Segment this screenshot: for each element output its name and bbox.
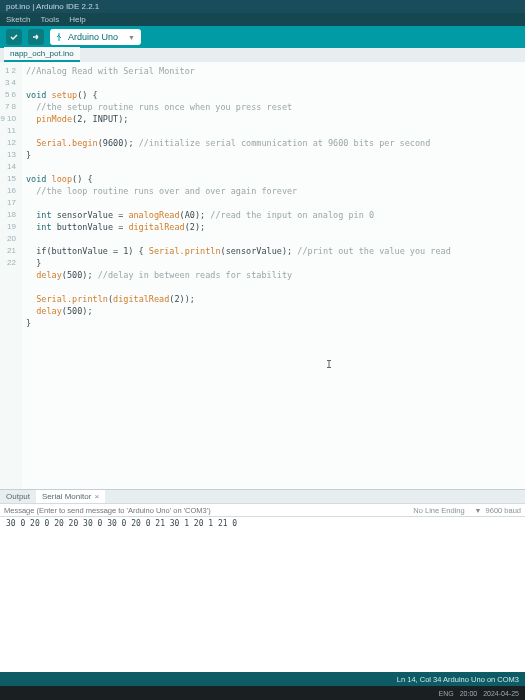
text-cursor-icon: I <box>326 359 332 370</box>
board-name: Arduino Uno <box>68 32 118 42</box>
code-area[interactable]: //Analog Read with Serial Monitor void s… <box>22 62 525 489</box>
output-tabs: Output Serial Monitor× <box>0 489 525 503</box>
code-editor[interactable]: 1 2 3 4 5 6 7 8 9 10 11 12 13 14 15 16 1… <box>0 62 525 489</box>
verify-button[interactable] <box>6 29 22 45</box>
system-tray: ENG 20:00 2024-04-25 <box>0 686 525 700</box>
line-ending-select[interactable]: No Line Ending <box>413 506 464 515</box>
status-text: Ln 14, Col 34 Arduino Uno on COM3 <box>397 675 519 684</box>
menu-help[interactable]: Help <box>69 15 85 24</box>
serial-message-bar: No Line Ending▼ 9600 baud <box>0 503 525 517</box>
status-bar: Ln 14, Col 34 Arduino Uno on COM3 <box>0 672 525 686</box>
close-icon[interactable]: × <box>94 492 99 501</box>
menubar: Sketch Tools Help <box>0 13 525 26</box>
chevron-down-icon: ▼ <box>128 34 135 41</box>
window-titlebar: pot.ino | Arduino IDE 2.2.1 <box>0 0 525 13</box>
tab-bar: napp_och_pot.ino <box>0 48 525 62</box>
menu-sketch[interactable]: Sketch <box>6 15 30 24</box>
menu-tools[interactable]: Tools <box>40 15 59 24</box>
usb-icon <box>54 32 64 42</box>
toolbar: Arduino Uno ▼ <box>0 26 525 48</box>
arrow-right-icon <box>31 32 41 42</box>
board-selector[interactable]: Arduino Uno ▼ <box>50 29 141 45</box>
upload-button[interactable] <box>28 29 44 45</box>
tray-date: 2024-04-25 <box>483 690 519 697</box>
baud-select[interactable]: 9600 baud <box>486 506 521 515</box>
tray-lang[interactable]: ENG <box>438 690 453 697</box>
tray-time: 20:00 <box>460 690 478 697</box>
window-title: pot.ino | Arduino IDE 2.2.1 <box>6 2 99 11</box>
file-tab[interactable]: napp_och_pot.ino <box>4 47 80 62</box>
tab-serial-monitor[interactable]: Serial Monitor× <box>36 490 105 503</box>
tab-output[interactable]: Output <box>0 490 36 503</box>
serial-message-input[interactable] <box>0 506 413 515</box>
check-icon <box>9 32 19 42</box>
chevron-down-icon: ▼ <box>475 507 482 514</box>
line-gutter: 1 2 3 4 5 6 7 8 9 10 11 12 13 14 15 16 1… <box>0 62 22 489</box>
serial-monitor-output[interactable]: 30 0 20 0 20 20 30 0 30 0 20 0 21 30 1 2… <box>0 517 525 672</box>
